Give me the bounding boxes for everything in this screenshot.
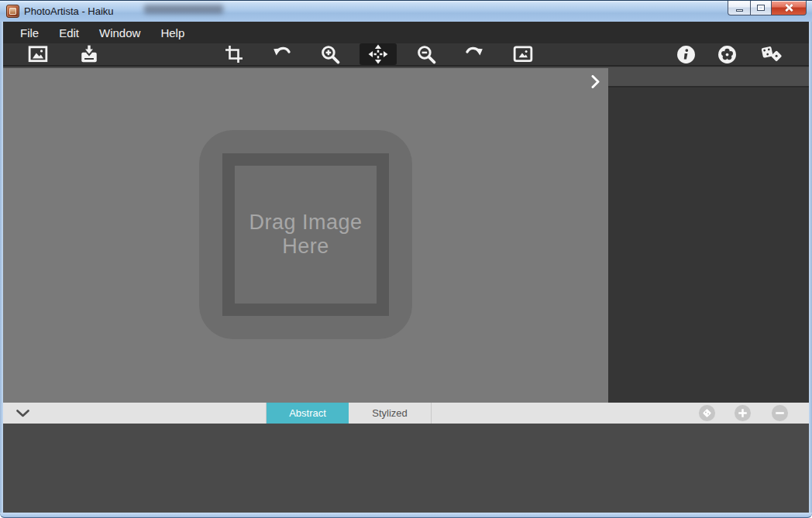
random-preset-button[interactable] [698, 404, 716, 422]
menu-help[interactable]: Help [150, 23, 194, 43]
app-window: PhotoArtista - Haiku File Edit Window He… [0, 0, 812, 518]
window-title: PhotoArtista - Haiku [24, 5, 114, 17]
zoom-out-icon [417, 45, 436, 64]
main-area: Drag Image Here [3, 68, 809, 403]
minimize-icon [736, 9, 743, 12]
menu-edit[interactable]: Edit [49, 23, 89, 43]
menu-file[interactable]: File [10, 23, 49, 43]
picture-icon [513, 44, 533, 64]
move-button[interactable] [360, 43, 397, 65]
crop-icon [225, 45, 243, 63]
window-border-right [809, 22, 812, 513]
window-border-left [0, 22, 3, 513]
title-bar: PhotoArtista - Haiku [0, 0, 812, 22]
settings-button[interactable] [708, 43, 745, 65]
picture-frame-icon [28, 44, 48, 64]
app-body: File Edit Window Help [3, 22, 809, 513]
plus-icon [734, 404, 752, 422]
collapse-panel-button[interactable] [12, 405, 33, 421]
save-tray-icon [79, 44, 99, 64]
remove-preset-button[interactable] [771, 404, 789, 422]
chevron-down-icon [16, 410, 29, 417]
crop-button[interactable] [215, 43, 253, 65]
toolbar [3, 43, 809, 67]
info-button[interactable] [667, 43, 704, 65]
menu-window[interactable]: Window [89, 23, 150, 43]
canvas: Drag Image Here [3, 68, 608, 403]
close-button[interactable] [771, 1, 807, 15]
blurred-watermark [144, 5, 223, 14]
preset-bar: Abstract Stylized [3, 403, 809, 424]
flower-gear-icon [717, 45, 737, 64]
drop-frame: Drag Image Here [222, 153, 389, 316]
rotate-right-arrow-icon [464, 45, 484, 63]
close-icon [784, 3, 793, 12]
export-image-button[interactable] [71, 43, 108, 65]
move-arrows-icon [368, 44, 388, 64]
menu-bar: File Edit Window Help [3, 22, 809, 43]
minimize-button[interactable] [728, 1, 751, 15]
preset-strip-panel [3, 424, 809, 513]
maximize-button[interactable] [750, 1, 772, 15]
drop-zone-text: Drag Image Here [236, 211, 376, 259]
preview-button[interactable] [504, 43, 542, 65]
zoom-in-icon [321, 45, 340, 64]
tab-stylized[interactable]: Stylized [349, 403, 432, 424]
dice-icon [698, 404, 716, 422]
image-drop-zone[interactable]: Drag Image Here [199, 130, 412, 339]
maximize-icon [757, 5, 765, 11]
side-panel [608, 68, 809, 403]
zoom-in-button[interactable] [311, 43, 349, 65]
randomize-button[interactable] [753, 43, 790, 65]
window-controls [728, 1, 807, 15]
window-border-bottom [0, 513, 812, 518]
rotate-left-arrow-icon [272, 45, 292, 63]
add-preset-button[interactable] [734, 404, 752, 422]
panel-toggle-button[interactable] [587, 73, 604, 90]
photoartista-logo-icon [6, 5, 19, 18]
dice-icon [760, 44, 783, 64]
rotate-right-button[interactable] [456, 43, 493, 65]
chevron-right-icon [591, 75, 600, 88]
info-icon [676, 45, 696, 64]
side-panel-header [608, 68, 809, 87]
rotate-left-button[interactable] [263, 43, 301, 65]
open-image-button[interactable] [19, 43, 57, 65]
zoom-out-button[interactable] [408, 43, 445, 65]
tab-abstract[interactable]: Abstract [266, 403, 349, 424]
minus-icon [771, 404, 789, 422]
